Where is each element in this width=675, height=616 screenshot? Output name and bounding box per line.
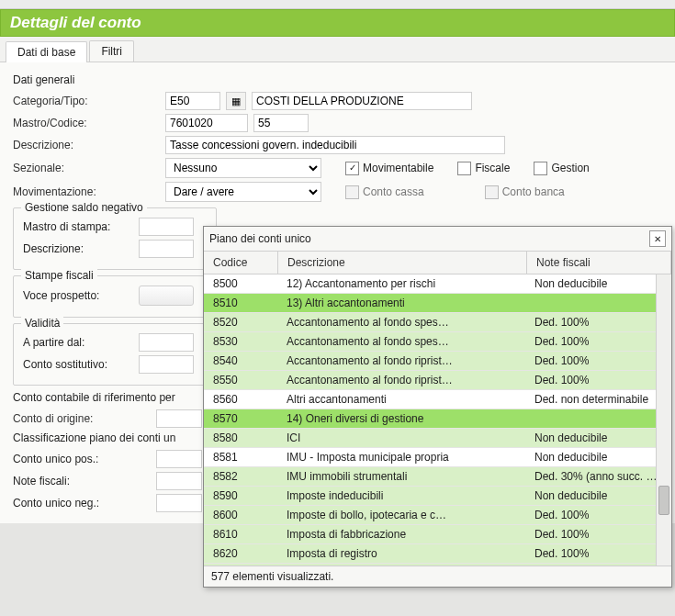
table-row[interactable]: 8590Imposte indeducibiliNon deducibile [204, 487, 671, 506]
check-conto-cassa: Conto cassa [345, 185, 424, 199]
cell-note: Non deducibile [525, 431, 671, 444]
legend-saldo-negativo: Gestione saldo negativo [21, 201, 147, 214]
grid-icon: ▦ [231, 95, 241, 107]
table-row[interactable]: 8630Tasse di concessione governa…Ded. 10… [204, 564, 671, 566]
table-row[interactable]: 8610Imposta di fabbricazioneDed. 100% [204, 525, 671, 544]
input-categoria-desc[interactable] [252, 92, 472, 110]
table-row[interactable]: 8550Accantonamento al fondo riprist…Ded.… [204, 371, 671, 390]
col-descrizione[interactable]: Descrizione [278, 252, 527, 274]
col-codice[interactable]: Codice [204, 252, 278, 274]
cell-note: Ded. 100% [525, 547, 671, 560]
input-descrizione[interactable] [165, 136, 505, 154]
cell-descrizione: 13) Altri accantonamenti [277, 297, 525, 309]
input-mastro-stampa[interactable] [139, 218, 194, 236]
group-saldo-negativo: Gestione saldo negativo Mastro di stampa… [13, 207, 217, 270]
table-row[interactable]: 8580ICINon deducibile [204, 429, 671, 448]
popup-close-button[interactable]: ✕ [649, 230, 666, 247]
check-label: Fiscale [475, 162, 510, 174]
input-conto-unico-pos[interactable] [156, 450, 202, 468]
lookup-categoria-button[interactable]: ▦ [226, 92, 246, 110]
cell-codice: 8510 [204, 297, 277, 309]
input-descr2[interactable] [139, 240, 194, 258]
label-sezionale: Sezionale: [13, 162, 160, 174]
legend-validita: Validità [21, 317, 63, 330]
label-mastro-stampa: Mastro di stampa: [23, 220, 133, 233]
input-conto-origine[interactable] [156, 409, 202, 428]
cell-note: Ded. 100% [525, 354, 671, 367]
cell-descrizione: Accantonamento al fondo spes… [277, 335, 525, 348]
cell-descrizione: 14) Oneri diversi di gestione [277, 412, 525, 425]
table-row[interactable]: 8520Accantonamento al fondo spes…Ded. 10… [204, 313, 671, 332]
checkbox-icon [457, 162, 471, 175]
input-codice[interactable] [253, 114, 309, 132]
select-sezionale[interactable]: Nessuno [165, 158, 321, 178]
table-row[interactable]: 8581IMU - Imposta municipale propriaNon … [204, 448, 671, 467]
grid-header: Codice Descrizione Note fiscali [204, 252, 671, 274]
close-icon: ✕ [654, 234, 661, 244]
cell-note: Non deducibile [525, 277, 671, 290]
scrollbar[interactable] [656, 274, 671, 566]
popup-piano-conti: Piano dei conti unico ✕ Codice Descrizio… [203, 226, 672, 588]
cell-descrizione: IMU - Imposta municipale propria [277, 451, 525, 464]
cell-note: Ded. 100% [525, 528, 671, 541]
cell-note: Non deducibile [525, 451, 671, 464]
popup-footer: 577 elementi visualizzati. [204, 566, 671, 587]
table-row[interactable]: 8530Accantonamento al fondo spes…Ded. 10… [204, 332, 671, 352]
label-movimentazione: Movimentazione: [13, 185, 160, 198]
label-voce-prospetto: Voce prospetto: [23, 289, 133, 302]
check-label: Gestion [551, 162, 589, 174]
cell-codice: 8580 [204, 431, 277, 444]
input-categoria-code[interactable] [165, 92, 220, 110]
table-row[interactable]: 8582IMU immobili strumentaliDed. 30% (an… [204, 467, 671, 487]
cell-descrizione: Imposta di registro [277, 547, 525, 560]
cell-codice: 8550 [204, 374, 277, 386]
cell-codice: 8520 [204, 316, 277, 329]
table-row[interactable]: 8620Imposta di registroDed. 100% [204, 544, 671, 564]
scrollbar-thumb[interactable] [658, 486, 669, 515]
cell-descrizione: Imposta di fabbricazione [277, 528, 525, 541]
group-stampe-fiscali: Stampe fiscali Voce prospetto: [13, 275, 217, 318]
cell-descrizione: Imposte indeducibili [277, 489, 525, 502]
cell-note: Ded. 100% [525, 316, 671, 329]
cell-codice: 8540 [204, 354, 277, 367]
cell-descrizione: Altri accantonamenti [277, 393, 525, 406]
col-note[interactable]: Note fiscali [527, 252, 671, 274]
checkbox-icon [485, 185, 499, 199]
cell-codice: 8620 [204, 547, 277, 560]
table-row[interactable]: 8600Imposte di bollo, ipotecaria e c…Ded… [204, 506, 671, 525]
input-conto-sost[interactable] [139, 355, 194, 374]
btn-voce-prospetto[interactable] [139, 286, 194, 306]
check-movimentabile[interactable]: ✓ Movimentabile [345, 162, 433, 175]
label-descr2: Descrizione: [23, 242, 133, 255]
cell-descrizione: Accantonamento al fondo riprist… [277, 354, 525, 367]
input-mastro[interactable] [165, 114, 248, 132]
check-fiscale[interactable]: Fiscale [457, 162, 510, 175]
input-conto-unico-neg[interactable] [156, 494, 202, 512]
cell-codice: 8581 [204, 451, 277, 464]
tabset: Dati di base Filtri [0, 37, 675, 62]
label-mastro: Mastro/Codice: [13, 117, 160, 129]
cell-note: Ded. non determinabile [525, 393, 671, 406]
check-gestion[interactable]: Gestion [534, 162, 589, 175]
table-row[interactable]: 8560Altri accantonamentiDed. non determi… [204, 390, 671, 409]
table-row[interactable]: 857014) Oneri diversi di gestione [204, 409, 671, 429]
table-row[interactable]: 8540Accantonamento al fondo riprist…Ded.… [204, 352, 671, 371]
legend-stampe: Stampe fiscali [21, 269, 97, 282]
tab-filtri[interactable]: Filtri [89, 40, 134, 62]
cell-codice: 8560 [204, 393, 277, 406]
checkbox-icon [345, 185, 359, 199]
select-movimentazione[interactable]: Dare / avere [165, 182, 321, 202]
label-conto-sost: Conto sostitutivo: [23, 358, 133, 371]
label-categoria: Categoria/Tipo: [13, 95, 160, 107]
tab-dati-base[interactable]: Dati di base [6, 41, 87, 62]
cell-codice: 8582 [204, 470, 277, 483]
table-row[interactable]: 851013) Altri accantonamenti [204, 294, 671, 313]
check-label: Conto banca [502, 185, 565, 198]
cell-codice: 8570 [204, 412, 277, 425]
check-conto-banca: Conto banca [485, 185, 565, 199]
check-label: Movimentabile [363, 162, 433, 174]
input-note-fiscali[interactable] [156, 472, 202, 490]
input-a-partire[interactable] [139, 333, 194, 352]
label-conto-origine: Conto di origine: [13, 412, 151, 425]
table-row[interactable]: 850012) Accantonamento per rischiNon ded… [204, 274, 671, 294]
